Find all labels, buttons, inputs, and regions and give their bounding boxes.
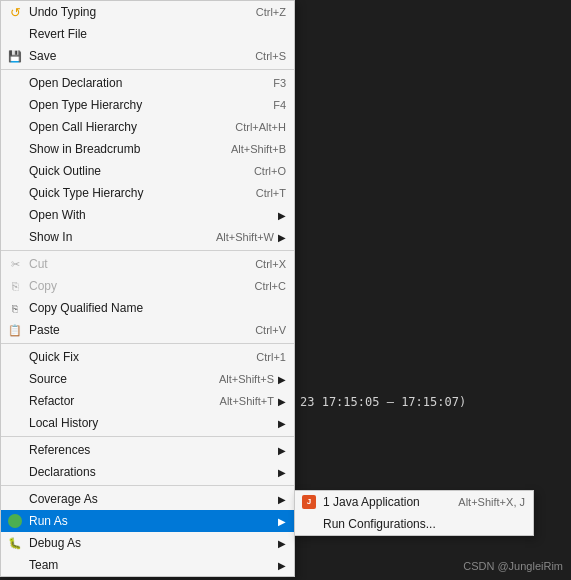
menu-shortcut-open-call-hierarchy: Ctrl+Alt+H — [235, 121, 286, 133]
watermark: CSDN @JungleiRim — [463, 560, 563, 572]
menu-label-open-call-hierarchy: Open Call Hierarchy — [29, 120, 215, 134]
paste-icon: 📋 — [5, 324, 25, 337]
menu-shortcut-show-in: Alt+Shift+W — [216, 231, 274, 243]
separator-4 — [1, 436, 294, 437]
menu-shortcut-copy: Ctrl+C — [255, 280, 286, 292]
menu-shortcut-save: Ctrl+S — [255, 50, 286, 62]
local-history-arrow: ▶ — [278, 418, 286, 429]
show-in-arrow: ▶ — [278, 232, 286, 243]
separator-2 — [1, 250, 294, 251]
menu-item-source[interactable]: Source Alt+Shift+S ▶ — [1, 368, 294, 390]
menu-item-copy[interactable]: ⎘ Copy Ctrl+C — [1, 275, 294, 297]
debug-as-icon: 🐛 — [5, 537, 25, 550]
declarations-arrow: ▶ — [278, 467, 286, 478]
menu-shortcut-show-breadcrumb: Alt+Shift+B — [231, 143, 286, 155]
menu-item-cut[interactable]: ✂ Cut Ctrl+X — [1, 253, 294, 275]
menu-item-local-history[interactable]: Local History ▶ — [1, 412, 294, 434]
menu-label-declarations: Declarations — [29, 465, 274, 479]
submenu-item-run-configs[interactable]: Run Configurations... — [295, 513, 533, 535]
menu-shortcut-cut: Ctrl+X — [255, 258, 286, 270]
menu-label-coverage-as: Coverage As — [29, 492, 274, 506]
menu-label-quick-outline: Quick Outline — [29, 164, 234, 178]
menu-label-undo: Undo Typing — [29, 5, 236, 19]
run-as-arrow: ▶ — [278, 516, 286, 527]
menu-item-team[interactable]: Team ▶ — [1, 554, 294, 576]
editor-text-snippet: 23 17:15:05 – 17:15:07) — [300, 395, 466, 409]
menu-label-copy-qualified: Copy Qualified Name — [29, 301, 286, 315]
source-arrow: ▶ — [278, 374, 286, 385]
menu-shortcut-open-type-hierarchy: F4 — [273, 99, 286, 111]
coverage-as-arrow: ▶ — [278, 494, 286, 505]
menu-label-show-breadcrumb: Show in Breadcrumb — [29, 142, 211, 156]
menu-item-quick-type-hierarchy[interactable]: Quick Type Hierarchy Ctrl+T — [1, 182, 294, 204]
menu-shortcut-undo: Ctrl+Z — [256, 6, 286, 18]
menu-label-source: Source — [29, 372, 199, 386]
menu-shortcut-quick-outline: Ctrl+O — [254, 165, 286, 177]
menu-shortcut-source: Alt+Shift+S — [219, 373, 274, 385]
menu-label-revert: Revert File — [29, 27, 286, 41]
menu-item-show-breadcrumb[interactable]: Show in Breadcrumb Alt+Shift+B — [1, 138, 294, 160]
menu-item-undo[interactable]: ↺ Undo Typing Ctrl+Z — [1, 1, 294, 23]
submenu-label-java-app: 1 Java Application — [323, 495, 438, 509]
menu-item-save[interactable]: 💾 Save Ctrl+S — [1, 45, 294, 67]
open-with-arrow: ▶ — [278, 210, 286, 221]
menu-label-quick-fix: Quick Fix — [29, 350, 236, 364]
team-arrow: ▶ — [278, 560, 286, 571]
menu-item-open-type-hierarchy[interactable]: Open Type Hierarchy F4 — [1, 94, 294, 116]
menu-label-local-history: Local History — [29, 416, 274, 430]
menu-shortcut-refactor: Alt+Shift+T — [220, 395, 274, 407]
copy-qualified-icon: ⎘ — [5, 303, 25, 314]
menu-item-run-as[interactable]: Run As ▶ — [1, 510, 294, 532]
separator-1 — [1, 69, 294, 70]
menu-item-declarations[interactable]: Declarations ▶ — [1, 461, 294, 483]
context-menu: ↺ Undo Typing Ctrl+Z Revert File 💾 Save … — [0, 0, 295, 577]
menu-label-debug-as: Debug As — [29, 536, 274, 550]
submenu-shortcut-java-app: Alt+Shift+X, J — [458, 496, 525, 508]
menu-label-open-declaration: Open Declaration — [29, 76, 253, 90]
menu-item-paste[interactable]: 📋 Paste Ctrl+V — [1, 319, 294, 341]
menu-item-coverage-as[interactable]: Coverage As ▶ — [1, 488, 294, 510]
submenu-label-run-configs: Run Configurations... — [323, 517, 525, 531]
debug-as-arrow: ▶ — [278, 538, 286, 549]
run-as-submenu: J 1 Java Application Alt+Shift+X, J Run … — [294, 490, 534, 536]
menu-label-run-as: Run As — [29, 514, 274, 528]
submenu-item-java-app[interactable]: J 1 Java Application Alt+Shift+X, J — [295, 491, 533, 513]
separator-5 — [1, 485, 294, 486]
menu-shortcut-paste: Ctrl+V — [255, 324, 286, 336]
menu-label-open-with: Open With — [29, 208, 274, 222]
cut-icon: ✂ — [5, 258, 25, 271]
menu-label-save: Save — [29, 49, 235, 63]
menu-item-debug-as[interactable]: 🐛 Debug As ▶ — [1, 532, 294, 554]
menu-label-copy: Copy — [29, 279, 235, 293]
menu-label-quick-type-hierarchy: Quick Type Hierarchy — [29, 186, 236, 200]
menu-item-references[interactable]: References ▶ — [1, 439, 294, 461]
menu-shortcut-open-declaration: F3 — [273, 77, 286, 89]
separator-3 — [1, 343, 294, 344]
save-icon: 💾 — [5, 50, 25, 63]
run-as-icon — [5, 514, 25, 528]
copy-icon: ⎘ — [5, 280, 25, 292]
menu-label-show-in: Show In — [29, 230, 196, 244]
menu-label-paste: Paste — [29, 323, 235, 337]
menu-item-revert[interactable]: Revert File — [1, 23, 294, 45]
menu-item-quick-outline[interactable]: Quick Outline Ctrl+O — [1, 160, 294, 182]
menu-item-show-in[interactable]: Show In Alt+Shift+W ▶ — [1, 226, 294, 248]
menu-item-quick-fix[interactable]: Quick Fix Ctrl+1 — [1, 346, 294, 368]
menu-shortcut-quick-type-hierarchy: Ctrl+T — [256, 187, 286, 199]
menu-item-open-call-hierarchy[interactable]: Open Call Hierarchy Ctrl+Alt+H — [1, 116, 294, 138]
menu-label-open-type-hierarchy: Open Type Hierarchy — [29, 98, 253, 112]
menu-item-open-with[interactable]: Open With ▶ — [1, 204, 294, 226]
menu-item-refactor[interactable]: Refactor Alt+Shift+T ▶ — [1, 390, 294, 412]
menu-label-refactor: Refactor — [29, 394, 200, 408]
menu-item-copy-qualified[interactable]: ⎘ Copy Qualified Name — [1, 297, 294, 319]
java-app-icon: J — [299, 495, 319, 509]
menu-shortcut-quick-fix: Ctrl+1 — [256, 351, 286, 363]
menu-item-open-declaration[interactable]: Open Declaration F3 — [1, 72, 294, 94]
menu-label-references: References — [29, 443, 274, 457]
menu-label-cut: Cut — [29, 257, 235, 271]
undo-icon: ↺ — [5, 5, 25, 20]
menu-label-team: Team — [29, 558, 274, 572]
refactor-arrow: ▶ — [278, 396, 286, 407]
references-arrow: ▶ — [278, 445, 286, 456]
